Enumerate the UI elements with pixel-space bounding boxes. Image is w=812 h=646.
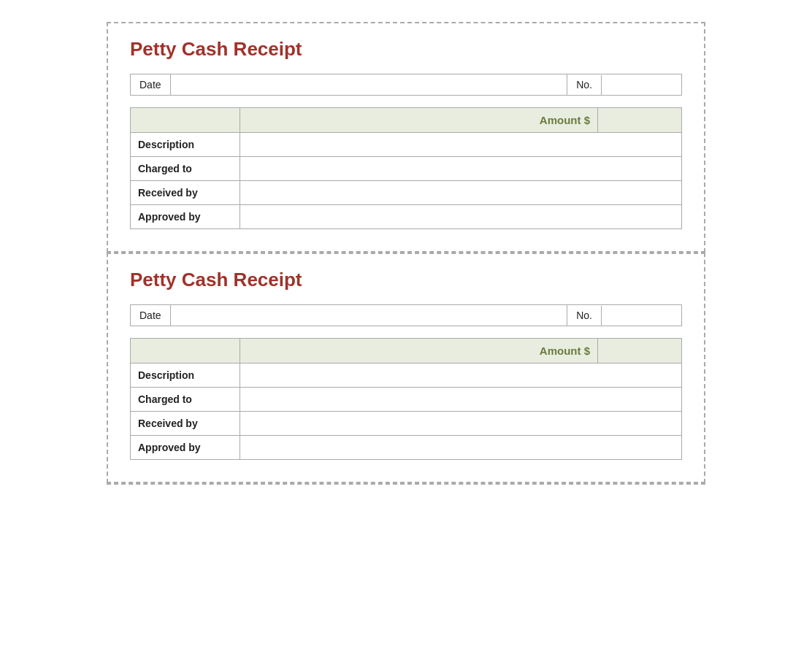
table-row: Received by <box>131 181 682 205</box>
receipt-1-description-label: Description <box>131 133 240 157</box>
receipt-2-amount-header: Amount $ <box>240 339 598 364</box>
receipt-1-amount-header: Amount $ <box>240 108 598 133</box>
receipt-1-table: Amount $ Description Charged to Received… <box>130 107 682 229</box>
table-row: Description <box>131 133 682 157</box>
table-row: Approved by <box>131 205 682 229</box>
receipt-1-no-input[interactable] <box>601 75 681 95</box>
table-row: Received by <box>131 412 682 436</box>
bottom-separator <box>107 483 705 485</box>
receipt-2-header-left <box>131 339 240 364</box>
receipt-1-header-left <box>131 108 240 133</box>
receipt-1-date-label: Date <box>131 74 171 95</box>
receipt-1-date-input[interactable] <box>171 75 567 95</box>
table-row: Approved by <box>131 436 682 460</box>
receipt-1-no-label: No. <box>567 74 601 95</box>
receipt-2-charged-label: Charged to <box>131 388 240 412</box>
receipt-1-description-value <box>240 133 682 157</box>
receipt-2-description-label: Description <box>131 364 240 388</box>
receipt-2-charged-value <box>240 388 682 412</box>
receipt-1-approved-value <box>240 205 682 229</box>
table-row: Charged to <box>131 157 682 181</box>
receipt-2: Petty Cash Receipt Date No. Amount $ Des… <box>107 253 705 483</box>
receipt-1-approved-label: Approved by <box>131 205 240 229</box>
page-container: Petty Cash Receipt Date No. Amount $ Des… <box>15 15 797 646</box>
receipt-1-header-right <box>598 108 682 133</box>
receipt-2-approved-label: Approved by <box>131 436 240 460</box>
receipt-2-header-right <box>598 339 682 364</box>
receipt-2-description-value <box>240 364 682 388</box>
table-row: Description <box>131 364 682 388</box>
receipt-2-date-row: Date No. <box>130 304 682 326</box>
receipt-1: Petty Cash Receipt Date No. Amount $ Des… <box>107 22 705 253</box>
receipt-1-received-value <box>240 181 682 205</box>
receipt-1-charged-value <box>240 157 682 181</box>
receipt-1-date-row: Date No. <box>130 74 682 96</box>
receipt-2-date-label: Date <box>131 305 171 326</box>
receipt-2-no-input[interactable] <box>601 306 681 326</box>
table-row: Charged to <box>131 388 682 412</box>
receipt-1-charged-label: Charged to <box>131 157 240 181</box>
receipt-2-date-input[interactable] <box>171 306 567 326</box>
receipt-1-received-label: Received by <box>131 181 240 205</box>
receipt-2-received-label: Received by <box>131 412 240 436</box>
receipt-2-no-label: No. <box>567 305 601 326</box>
receipt-2-table: Amount $ Description Charged to Received… <box>130 338 682 460</box>
receipt-2-approved-value <box>240 436 682 460</box>
receipt-2-title: Petty Cash Receipt <box>130 269 682 291</box>
receipt-2-received-value <box>240 412 682 436</box>
receipt-1-title: Petty Cash Receipt <box>130 38 682 61</box>
